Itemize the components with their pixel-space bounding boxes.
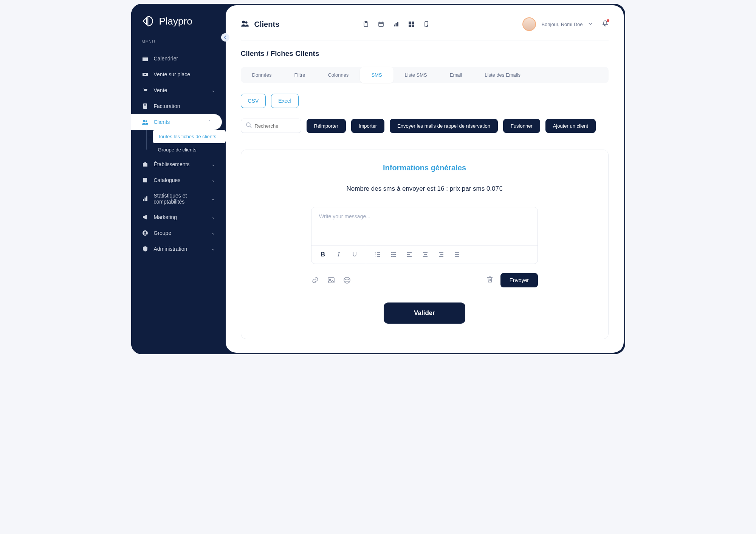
svg-rect-9 xyxy=(143,178,147,182)
search-input[interactable] xyxy=(255,123,296,129)
editor-toolbar: B I U 123 xyxy=(311,245,538,264)
tab-liste-sms[interactable]: Liste SMS xyxy=(393,67,438,83)
chart-icon[interactable] xyxy=(393,21,400,28)
sidebar-item-facturation[interactable]: Facturation xyxy=(131,98,226,114)
nav-label: Facturation xyxy=(154,103,180,109)
logo-icon xyxy=(142,14,155,28)
cash-icon xyxy=(142,71,149,78)
chevron-down-icon: ⌄ xyxy=(211,230,215,236)
user-area: Bonjour, Romi Doe xyxy=(513,17,608,31)
chevron-up-icon: ⌃ xyxy=(208,119,211,125)
svg-point-43 xyxy=(391,254,392,255)
align-left-button[interactable] xyxy=(406,251,413,258)
ordered-list-button[interactable]: 123 xyxy=(374,251,381,258)
sidebar-item-vente-sur-place[interactable]: Vente sur place xyxy=(131,66,226,82)
merge-button[interactable]: Fusionner xyxy=(503,119,540,133)
image-button[interactable] xyxy=(327,276,335,284)
svg-rect-1 xyxy=(143,57,148,58)
import-button[interactable]: Importer xyxy=(351,119,384,133)
page-title: Clients xyxy=(254,20,280,29)
cart-icon xyxy=(142,87,149,94)
users-icon xyxy=(241,19,249,29)
sidebar-item-admin[interactable]: Administration ⌄ xyxy=(131,241,226,257)
topbar-shortcuts xyxy=(363,21,430,28)
unordered-list-button[interactable] xyxy=(390,251,397,258)
users-icon xyxy=(142,119,149,125)
svg-point-42 xyxy=(391,252,392,253)
svg-point-8 xyxy=(145,120,147,122)
group-icon xyxy=(142,230,149,236)
svg-rect-10 xyxy=(143,199,144,201)
sidebar-collapse-button[interactable] xyxy=(221,33,229,42)
sidebar-item-stats[interactable]: Statistiques et comptabilités ⌄ xyxy=(131,188,226,209)
nav-label: Catalogues xyxy=(154,177,181,183)
logo[interactable]: Playpro xyxy=(131,14,226,28)
sidebar-sub-groupe[interactable]: Groupe de clients xyxy=(153,143,226,156)
bold-button[interactable]: B xyxy=(319,251,327,258)
chevron-left-icon xyxy=(223,35,227,39)
chevron-down-icon[interactable] xyxy=(588,21,593,28)
tab-colonnes[interactable]: Colonnes xyxy=(316,67,360,83)
align-center-button[interactable] xyxy=(421,251,429,258)
align-justify-button[interactable] xyxy=(453,251,461,258)
export-excel-button[interactable]: Excel xyxy=(271,94,298,108)
building-icon xyxy=(142,161,149,168)
delete-button[interactable] xyxy=(486,276,494,285)
link-button[interactable] xyxy=(311,276,319,284)
svg-point-61 xyxy=(348,279,349,280)
device-icon[interactable] xyxy=(423,21,430,28)
sidebar-item-clients[interactable]: Clients ⌃ xyxy=(131,114,222,130)
nav-label: Vente xyxy=(154,87,167,93)
svg-rect-11 xyxy=(144,198,146,201)
sidebar-item-catalogues[interactable]: Catalogues ⌄ xyxy=(131,172,226,188)
italic-button[interactable]: I xyxy=(335,251,342,258)
clipboard-icon[interactable] xyxy=(363,21,369,28)
sidebar-item-marketing[interactable]: Marketing ⌄ xyxy=(131,209,226,225)
send-button[interactable]: Envoyer xyxy=(500,273,538,287)
reimport-button[interactable]: Réimporter xyxy=(307,119,346,133)
avatar[interactable] xyxy=(522,17,536,31)
main-content: Clients Bonjour, Romi Doe Clients / Fich xyxy=(226,5,624,353)
chevron-down-icon: ⌄ xyxy=(211,215,215,220)
svg-rect-26 xyxy=(409,22,411,24)
search-box[interactable] xyxy=(241,119,301,133)
nav-label: Statistiques et comptabilités xyxy=(154,193,195,205)
chevron-down-icon: ⌄ xyxy=(211,177,215,183)
add-client-button[interactable]: Ajouter un client xyxy=(545,119,596,133)
grid-icon[interactable] xyxy=(408,21,415,28)
sidebar-item-etablissements[interactable]: Établissements ⌄ xyxy=(131,156,226,172)
align-right-button[interactable] xyxy=(437,251,445,258)
svg-point-14 xyxy=(144,232,146,233)
validate-button[interactable]: Valider xyxy=(384,302,465,324)
notifications-button[interactable] xyxy=(602,20,609,28)
notification-dot xyxy=(607,19,609,22)
send-reminder-button[interactable]: Envoyer les mails de rappel de réservati… xyxy=(390,119,498,133)
tab-filtre[interactable]: Filtre xyxy=(283,67,317,83)
tab-sms[interactable]: SMS xyxy=(360,67,393,83)
menu-label: MENU xyxy=(131,39,226,44)
svg-rect-25 xyxy=(397,22,398,26)
card-title: Informations générales xyxy=(258,164,592,172)
tab-email[interactable]: Email xyxy=(438,67,474,83)
sidebar-item-calendrier[interactable]: Calendrier xyxy=(131,51,226,66)
shield-icon xyxy=(142,245,149,252)
emoji-button[interactable] xyxy=(343,276,351,284)
svg-text:3: 3 xyxy=(375,255,376,258)
tab-donnees[interactable]: Données xyxy=(241,67,283,83)
svg-rect-28 xyxy=(409,25,411,27)
svg-point-16 xyxy=(245,21,247,23)
tab-liste-emails[interactable]: Liste des Emails xyxy=(473,67,532,83)
nav-label: Marketing xyxy=(154,214,177,220)
chevron-down-icon: ⌄ xyxy=(211,196,215,201)
message-textarea[interactable] xyxy=(311,207,538,244)
export-csv-button[interactable]: CSV xyxy=(241,94,266,108)
calendar-icon[interactable] xyxy=(378,21,384,28)
underline-button[interactable]: U xyxy=(351,251,358,258)
nav-label: Vente sur place xyxy=(154,71,191,77)
sidebar-sub-fiches[interactable]: Toutes les fiches de clients xyxy=(153,130,226,143)
sidebar-item-vente[interactable]: Vente ⌄ xyxy=(131,82,226,98)
nav-label: Établissements xyxy=(154,161,190,167)
sidebar-item-groupe[interactable]: Groupe ⌄ xyxy=(131,225,226,241)
svg-rect-12 xyxy=(146,196,147,201)
svg-rect-4 xyxy=(143,103,147,109)
